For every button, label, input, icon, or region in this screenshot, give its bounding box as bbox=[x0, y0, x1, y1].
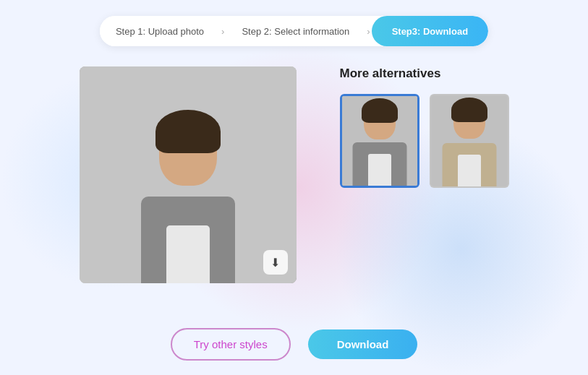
alternatives-grid bbox=[340, 94, 509, 188]
try-other-styles-button[interactable]: Try other styles bbox=[171, 328, 291, 361]
step-3[interactable]: Step3: Download bbox=[372, 16, 488, 46]
photo-download-button[interactable]: ⬇ bbox=[263, 250, 288, 275]
stepper: Step 1: Upload photo › Step 2: Select in… bbox=[100, 16, 488, 46]
main-photo-container: ⬇ bbox=[80, 66, 297, 283]
download-small-icon: ⬇ bbox=[270, 256, 280, 270]
main-container: Step 1: Upload photo › Step 2: Select in… bbox=[0, 0, 588, 375]
step-1: Step 1: Upload photo bbox=[100, 16, 220, 46]
step-2-label: Step 2: Select information bbox=[242, 26, 349, 37]
mini-hair-2 bbox=[451, 98, 487, 122]
step-arrow-2: › bbox=[365, 26, 371, 37]
alternative-thumb-1[interactable] bbox=[340, 94, 419, 188]
mini-shirt-1 bbox=[368, 154, 391, 186]
main-photo bbox=[80, 66, 297, 283]
mini-shirt-2 bbox=[458, 155, 481, 186]
main-content: ⬇ More alternatives bbox=[29, 66, 559, 315]
alt-thumb-2-inner bbox=[431, 95, 508, 186]
download-button[interactable]: Download bbox=[308, 329, 418, 359]
mini-hair-1 bbox=[362, 98, 398, 123]
portrait-hair bbox=[155, 110, 221, 153]
step-2: Step 2: Select information bbox=[226, 16, 365, 46]
alt-thumb-1-inner bbox=[342, 96, 417, 186]
step-1-label: Step 1: Upload photo bbox=[116, 26, 204, 37]
step-3-label: Step3: Download bbox=[392, 26, 468, 37]
alternative-thumb-2[interactable] bbox=[430, 94, 509, 188]
alternatives-title: More alternatives bbox=[340, 66, 509, 81]
portrait-shirt bbox=[166, 225, 210, 283]
step-arrow-1: › bbox=[220, 26, 226, 37]
portrait-figure bbox=[130, 110, 246, 283]
alternatives-section: More alternatives bbox=[340, 66, 509, 188]
bottom-buttons: Try other styles Download bbox=[171, 328, 418, 361]
